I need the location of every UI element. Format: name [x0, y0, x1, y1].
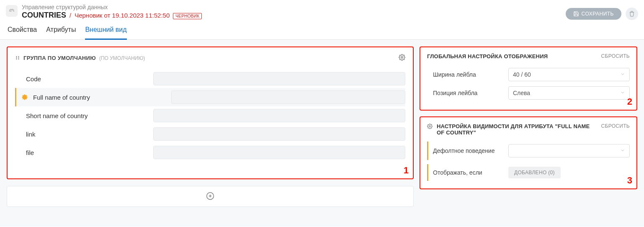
- attribute-input[interactable]: [171, 90, 405, 104]
- attribute-input[interactable]: [153, 109, 405, 122]
- group-settings-button[interactable]: [399, 54, 405, 62]
- delete-button[interactable]: [626, 8, 638, 20]
- attribute-label: Short name of country: [15, 112, 153, 119]
- label-width-row: Ширина лейбла 40 / 60: [427, 65, 630, 84]
- svg-point-11: [429, 126, 430, 127]
- chevron-down-icon: [620, 90, 625, 96]
- default-behavior-label: Дефолтное поведение: [433, 147, 508, 154]
- panel-title: ГЛОБАЛЬНАЯ НАСТРОЙКА ОТОБРАЖЕНИЯ: [427, 53, 598, 59]
- attribute-input[interactable]: [153, 127, 405, 141]
- title-row: COUNTRIES / Черновик от 19.10.2023 11:52…: [22, 11, 562, 20]
- reset-button[interactable]: СБРОСИТЬ: [601, 123, 630, 129]
- group-header: ГРУППА ПО УМОЛЧАНИЮ (ПО УМОЛЧАНИЮ): [15, 54, 405, 62]
- attribute-label: Full name of country: [33, 94, 171, 101]
- label-width-label: Ширина лейбла: [433, 71, 508, 78]
- breadcrumb: Управление структурой данных: [22, 3, 562, 11]
- reset-button[interactable]: СБРОСИТЬ: [601, 53, 630, 59]
- attribute-label: file: [15, 149, 153, 156]
- annotation-2: 2: [627, 96, 632, 107]
- right-column: ГЛОБАЛЬНАЯ НАСТРОЙКА ОТОБРАЖЕНИЯ СБРОСИТ…: [420, 46, 637, 220]
- default-group-panel: ГРУППА ПО УМОЛЧАНИЮ (ПО УМОЛЧАНИЮ) Code …: [7, 46, 414, 179]
- attribute-row[interactable]: Code: [15, 70, 405, 88]
- attribute-label: link: [15, 131, 153, 138]
- show-if-row: Отображать, если ДОБАВЛЕНО (0): [427, 164, 630, 181]
- gear-icon: [399, 54, 405, 61]
- label-width-value: 40 / 60: [513, 71, 531, 78]
- title-separator: /: [70, 12, 71, 19]
- svg-point-2: [16, 59, 17, 59]
- global-display-panel: ГЛОБАЛЬНАЯ НАСТРОЙКА ОТОБРАЖЕНИЯ СБРОСИТ…: [420, 46, 637, 111]
- label-position-value: Слева: [513, 90, 530, 96]
- group-title: ГРУППА ПО УМОЛЧАНИЮ: [23, 55, 96, 61]
- label-position-select[interactable]: Слева: [508, 86, 630, 100]
- header-actions: СОХРАНИТЬ: [566, 8, 638, 20]
- header: Управление структурой данных COUNTRIES /…: [0, 0, 644, 20]
- attribute-row[interactable]: Short name of country: [15, 106, 405, 125]
- left-column: ГРУППА ПО УМОЛЧАНИЮ (ПО УМОЛЧАНИЮ) Code …: [7, 46, 414, 220]
- add-group-panel[interactable]: [7, 186, 414, 207]
- tab-properties[interactable]: Свойства: [8, 26, 37, 39]
- svg-point-3: [18, 56, 19, 57]
- svg-point-0: [16, 56, 17, 57]
- trash-icon: [629, 11, 635, 17]
- save-icon: [573, 11, 579, 17]
- header-titles: Управление структурой данных COUNTRIES /…: [22, 3, 562, 20]
- default-behavior-row: Дефолтное поведение: [427, 142, 630, 160]
- show-if-label: Отображать, если: [433, 169, 508, 176]
- panel-header: ГЛОБАЛЬНАЯ НАСТРОЙКА ОТОБРАЖЕНИЯ СБРОСИТ…: [427, 53, 630, 59]
- draft-badge: ЧЕРНОВИК: [173, 13, 202, 19]
- added-chip-button[interactable]: ДОБАВЛЕНО (0): [508, 167, 561, 178]
- label-position-label: Позиция лейбла: [433, 90, 508, 96]
- panel-header: НАСТРОЙКА ВИДИМОСТИ ДЛЯ АТРИБУТА "FULL N…: [427, 123, 630, 136]
- gear-icon: [427, 124, 433, 130]
- svg-point-6: [401, 57, 403, 58]
- attribute-input[interactable]: [153, 72, 405, 85]
- label-width-select[interactable]: 40 / 60: [508, 68, 630, 81]
- row-gear-icon[interactable]: [16, 94, 33, 100]
- attribute-input[interactable]: [153, 146, 405, 159]
- annotation-3: 3: [627, 175, 632, 186]
- default-behavior-select[interactable]: [508, 144, 630, 157]
- plus-icon: [206, 192, 214, 201]
- attribute-row-selected[interactable]: Full name of country: [15, 88, 405, 106]
- panel-title: НАСТРОЙКА ВИДИМОСТИ ДЛЯ АТРИБУТА "FULL N…: [437, 123, 598, 136]
- tab-attributes[interactable]: Атрибуты: [46, 26, 76, 39]
- save-label: СОХРАНИТЬ: [582, 11, 614, 17]
- attribute-label: Code: [15, 75, 153, 83]
- svg-point-4: [18, 57, 19, 58]
- attribute-row[interactable]: link: [15, 125, 405, 143]
- draft-timestamp: Черновик от 19.10.2023 11:52:50: [75, 12, 170, 19]
- svg-point-1: [16, 57, 17, 58]
- tabs: Свойства Атрибуты Внешний вид: [0, 20, 644, 40]
- tab-appearance[interactable]: Внешний вид: [85, 26, 126, 40]
- chevron-down-icon: [620, 71, 625, 78]
- svg-point-5: [18, 59, 19, 59]
- group-subtitle: (ПО УМОЛЧАНИЮ): [99, 55, 145, 61]
- entity-type-icon: [6, 5, 18, 17]
- gear-icon: [22, 94, 28, 100]
- drag-handle-icon[interactable]: [15, 55, 20, 62]
- save-button[interactable]: СОХРАНИТЬ: [566, 8, 621, 20]
- annotation-1: 1: [404, 165, 409, 176]
- page-title: COUNTRIES: [22, 11, 66, 20]
- visibility-panel: НАСТРОЙКА ВИДИМОСТИ ДЛЯ АТРИБУТА "FULL N…: [420, 116, 637, 189]
- attribute-row[interactable]: file: [15, 143, 405, 162]
- content: ГРУППА ПО УМОЛЧАНИЮ (ПО УМОЛЧАНИЮ) Code …: [0, 40, 644, 227]
- chevron-down-icon: [620, 147, 625, 154]
- label-position-row: Позиция лейбла Слева: [427, 84, 630, 102]
